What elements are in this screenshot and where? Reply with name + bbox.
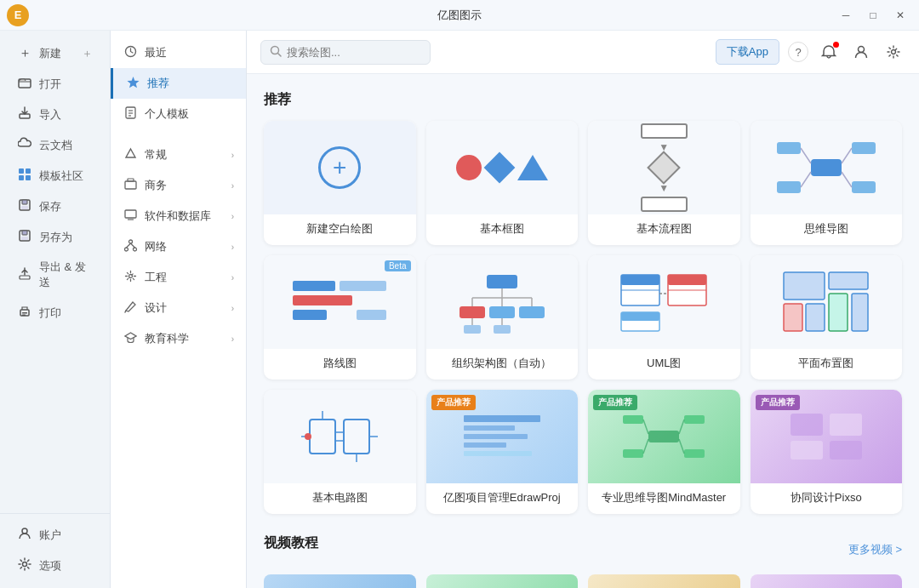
template-floor-plan[interactable]: 平面布置图 (751, 255, 903, 380)
svg-rect-96 (648, 431, 679, 442)
sidebar-label-cloud: 云文档 (39, 138, 72, 153)
video-card-2[interactable] (426, 574, 579, 588)
nav-item-engineering[interactable]: 工程 › (111, 262, 246, 293)
template-label-mind-map: 思维导图 (751, 214, 903, 245)
template-route[interactable]: Beta 路线图 (264, 255, 416, 380)
sidebar-item-saveas[interactable]: 另存为 (5, 222, 105, 252)
sidebar-item-print[interactable]: 打印 (5, 298, 105, 328)
plus-icon: + (318, 146, 361, 189)
video-card-1[interactable] (264, 574, 416, 588)
business-icon (123, 178, 138, 193)
sidebar-item-new[interactable]: ＋ 新建 ＋ (5, 38, 105, 68)
beta-badge: Beta (385, 260, 411, 271)
open-icon (17, 76, 32, 92)
app-title: 亿图图示 (437, 8, 482, 23)
export-icon (17, 267, 32, 283)
personal-icon (123, 106, 138, 122)
sidebar-label-print: 打印 (39, 305, 61, 321)
title-bar: E 亿图图示 ─ □ ✕ (0, 0, 919, 31)
nav-item-design[interactable]: 设计 › (111, 293, 246, 323)
minimize-button[interactable]: ─ (834, 7, 858, 24)
triangle-shape (517, 155, 548, 180)
svg-rect-95 (464, 451, 532, 456)
svg-rect-5 (26, 175, 31, 180)
software-arrow: › (231, 212, 234, 221)
template-preview-floor-plan (751, 255, 903, 349)
svg-line-47 (842, 148, 852, 163)
template-label-mind-master: 专业思维导图MindMaster (588, 483, 740, 514)
svg-point-16 (22, 528, 27, 534)
svg-rect-8 (21, 206, 28, 209)
promo-badge-mind: 产品推荐 (593, 395, 637, 410)
video-card-4[interactable]: 马上收录导航 (751, 574, 903, 588)
sidebar-item-cloud[interactable]: 云文档 (5, 130, 105, 160)
svg-line-32 (126, 243, 130, 248)
more-videos-link[interactable]: 更多视频 > (848, 542, 902, 557)
template-new-blank[interactable]: + 新建空白绘图 (264, 121, 416, 245)
template-basic-flow[interactable]: ▼ ▼ 基本流程图 (588, 121, 740, 245)
svg-rect-71 (668, 275, 706, 285)
cloud-icon (17, 137, 32, 153)
nav-item-recommend[interactable]: 推荐 (111, 68, 246, 99)
sidebar-item-import[interactable]: 导入 (5, 100, 105, 129)
nav-item-recent[interactable]: 最近 (111, 37, 246, 68)
svg-rect-100 (684, 449, 705, 458)
engineering-arrow: › (231, 273, 234, 283)
video-title: 视频教程 (264, 534, 318, 552)
video-section: 视频教程 更多视频 > (264, 534, 902, 588)
user-button[interactable] (849, 40, 873, 64)
svg-rect-79 (829, 272, 868, 289)
nav-item-general[interactable]: 常规 › (111, 140, 246, 170)
sidebar-item-account[interactable]: 账户 (5, 520, 105, 550)
maximize-button[interactable]: □ (861, 7, 885, 24)
template-mind-master[interactable]: 产品推荐 (588, 390, 740, 514)
svg-point-30 (124, 248, 128, 251)
template-mind-map[interactable]: 思维导图 (751, 121, 903, 245)
template-edraw-proj[interactable]: 产品推荐 亿图项目管理EdrawProj (426, 390, 579, 514)
video-card-3[interactable] (588, 574, 740, 588)
sidebar-item-open[interactable]: 打开 (5, 69, 105, 99)
svg-rect-92 (464, 425, 515, 431)
scroll-content: 推荐 + 新建空白绘图 (247, 74, 919, 588)
nav-item-personal[interactable]: 个人模板 (111, 99, 246, 129)
svg-rect-75 (621, 312, 659, 321)
nav-item-education[interactable]: 教育科学 › (111, 323, 246, 354)
template-basic-frame[interactable]: 基本框图 (426, 121, 579, 245)
nav-item-business[interactable]: 商务 › (111, 170, 246, 201)
template-pixso[interactable]: 产品推荐 协同设计Pixso (751, 390, 903, 514)
nav-item-network[interactable]: 网络 › (111, 231, 246, 262)
template-preview-pixso: 产品推荐 (751, 390, 903, 483)
template-label-edraw-proj: 亿图项目管理EdrawProj (426, 483, 579, 514)
nav-item-software[interactable]: 软件和数据库 › (111, 201, 246, 231)
sidebar-item-save[interactable]: 保存 (5, 191, 105, 221)
svg-rect-65 (464, 325, 481, 334)
user-avatar[interactable]: E (7, 4, 29, 26)
nav-label-software: 软件和数据库 (145, 208, 225, 224)
svg-rect-106 (830, 414, 862, 436)
sidebar-item-template-community[interactable]: 模板社区 (5, 161, 105, 191)
circuit-svg (293, 402, 386, 471)
svg-rect-81 (852, 294, 868, 331)
svg-line-103 (679, 420, 684, 434)
save-icon (17, 198, 32, 214)
template-label-route: 路线图 (264, 349, 416, 380)
svg-rect-54 (487, 275, 517, 288)
template-uml[interactable]: UML图 (588, 255, 740, 380)
close-button[interactable]: ✕ (888, 7, 912, 24)
new-icon: ＋ (17, 45, 32, 61)
sidebar-label-options: 选项 (39, 558, 61, 574)
template-circuit[interactable]: 基本电路图 (264, 390, 416, 514)
download-app-button[interactable]: 下载App (716, 39, 779, 65)
settings-button[interactable] (882, 40, 905, 64)
sidebar-item-export[interactable]: 导出 & 发送 (5, 253, 105, 297)
svg-point-88 (305, 433, 311, 440)
help-button[interactable]: ? (788, 42, 808, 62)
svg-rect-99 (684, 415, 705, 424)
search-box[interactable] (260, 40, 431, 65)
notification-button[interactable] (817, 40, 841, 64)
search-input[interactable] (287, 46, 421, 59)
template-org-chart[interactable]: 组织架构图（自动） (426, 255, 579, 380)
sidebar-item-options[interactable]: 选项 (5, 551, 105, 580)
template-preview-route: Beta (264, 255, 416, 349)
svg-rect-108 (830, 441, 862, 460)
